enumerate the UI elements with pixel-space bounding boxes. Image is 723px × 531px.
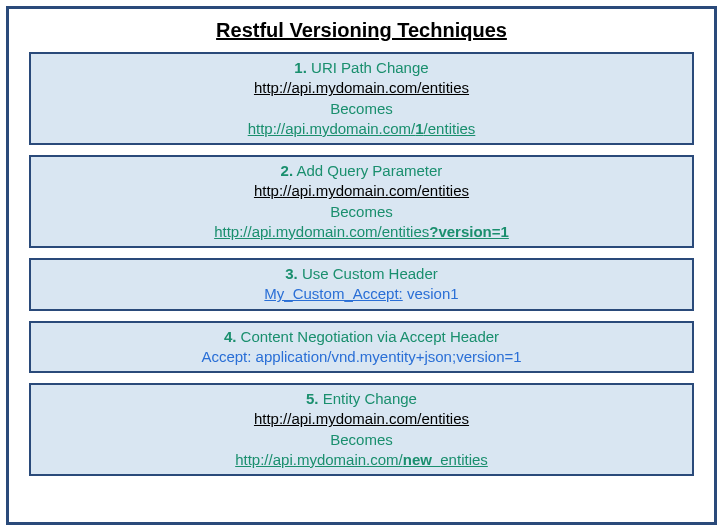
box-header: 3. Use Custom Header [39, 264, 684, 284]
diagram-container: Restful Versioning Techniques 1. URI Pat… [6, 6, 717, 525]
item-number: 1. [294, 59, 307, 76]
box-header: 5. Entity Change [39, 389, 684, 409]
technique-box-4: 4. Content Negotiation via Accept Header… [29, 321, 694, 374]
technique-box-2: 2. Add Query Parameter http://api.mydoma… [29, 155, 694, 248]
becomes-label: Becomes [39, 99, 684, 119]
becomes-label: Becomes [39, 430, 684, 450]
item-label: URI Path Change [311, 59, 429, 76]
custom-header-line: My_Custom_Accept: vesion1 [39, 284, 684, 304]
item-number: 2. [281, 162, 294, 179]
technique-box-5: 5. Entity Change http://api.mydomain.com… [29, 383, 694, 476]
original-url: http://api.mydomain.com/entities [254, 182, 469, 199]
box-header: 4. Content Negotiation via Accept Header [39, 327, 684, 347]
item-label: Use Custom Header [302, 265, 438, 282]
diagram-title: Restful Versioning Techniques [216, 19, 507, 42]
item-label: Content Negotiation via Accept Header [241, 328, 500, 345]
header-value: vesion1 [403, 285, 459, 302]
item-number: 3. [285, 265, 298, 282]
item-number: 5. [306, 390, 319, 407]
becomes-label: Becomes [39, 202, 684, 222]
item-number: 4. [224, 328, 237, 345]
box-header: 2. Add Query Parameter [39, 161, 684, 181]
header-name: My_Custom_Accept: [264, 285, 402, 302]
original-url: http://api.mydomain.com/entities [254, 79, 469, 96]
result-url: http://api.mydomain.com/entities?version… [214, 223, 509, 240]
box-header: 1. URI Path Change [39, 58, 684, 78]
accept-header-line: Accept: application/vnd.myentity+json;ve… [39, 347, 684, 367]
technique-box-1: 1. URI Path Change http://api.mydomain.c… [29, 52, 694, 145]
result-url: http://api.mydomain.com/1/entities [248, 120, 476, 137]
original-url: http://api.mydomain.com/entities [254, 410, 469, 427]
item-label: Add Query Parameter [296, 162, 442, 179]
item-label: Entity Change [323, 390, 417, 407]
result-url: http://api.mydomain.com/new_entities [235, 451, 488, 468]
technique-box-3: 3. Use Custom Header My_Custom_Accept: v… [29, 258, 694, 311]
